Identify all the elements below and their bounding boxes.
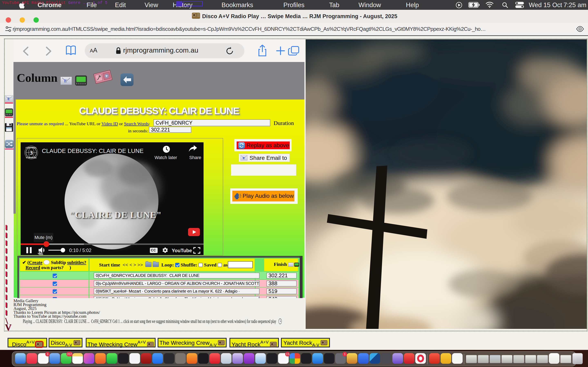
svg-text:E: E [243, 156, 245, 160]
svg-text:CHANNEL: CHANNEL [26, 146, 37, 149]
svg-text:E: E [64, 79, 67, 83]
svg-text:3: 3 [30, 149, 33, 156]
svg-text:YOUTUBE: YOUTUBE [26, 156, 37, 159]
svg-text:E: E [8, 97, 10, 101]
